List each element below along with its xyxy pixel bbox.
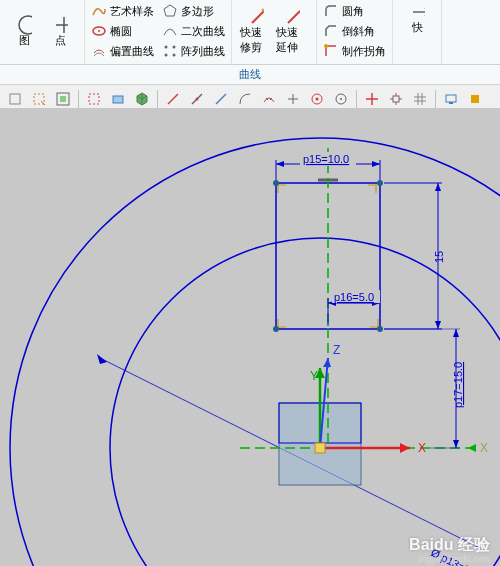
conic-label: 二次曲线 [181,24,225,39]
tb-cube[interactable] [131,88,153,110]
tb-sep-2 [157,90,158,108]
tb-select[interactable] [28,88,50,110]
chamfer-button[interactable]: 倒斜角 [323,22,386,40]
svg-point-2 [98,30,100,32]
svg-rect-52 [315,443,325,453]
fast-button[interactable]: 快 [399,2,435,37]
watermark-sub: jingyan.baidu.com [417,554,490,564]
pattern-curve-label: 阵列曲线 [181,44,225,59]
ribbon-group-fast: 快 [393,0,442,64]
offset-curve-button[interactable]: 偏置曲线 [91,42,154,60]
dim-p15-group: p15=10.0 [276,152,380,180]
ribbon-group-trim: 快速修剪 快速延伸 [232,0,317,64]
quick-extend-label: 快速延伸 [276,25,308,55]
svg-text:Y: Y [310,369,318,383]
svg-point-4 [165,46,168,49]
corner-icon [323,43,339,59]
ellipse-button[interactable]: 椭圆 [91,22,154,40]
tb-grid[interactable] [409,88,431,110]
quick-extend-button[interactable]: 快速延伸 [274,2,310,62]
svg-point-19 [340,98,342,100]
tb-line-3[interactable] [210,88,232,110]
ellipse-icon [91,23,107,39]
inner-circle [110,238,500,566]
svg-point-15 [196,97,199,100]
svg-rect-14 [113,96,123,103]
pattern-curve-button[interactable]: 阵列曲线 [162,42,225,60]
svg-text:15: 15 [433,251,445,263]
fast-label: 快 [412,20,423,35]
art-spline-label: 艺术样条 [110,4,154,19]
chamfer-label: 倒斜角 [342,24,375,39]
circle-label: 图 [19,33,30,48]
tb-menu-1[interactable] [4,88,26,110]
svg-text:p17=15.0: p17=15.0 [452,362,464,408]
offset-curve-label: 偏置曲线 [110,44,154,59]
circle-tool-button[interactable]: 图 [6,2,42,62]
extend-icon [284,9,300,25]
trim-icon [248,9,264,25]
drawing-canvas[interactable]: Ø p13=50.0 p15=10.0 p16=5.0 [0,108,500,566]
tb-final[interactable] [464,88,486,110]
polygon-button[interactable]: 多边形 [162,2,225,20]
tb-arc[interactable] [234,88,256,110]
tb-cross[interactable] [361,88,383,110]
chamfer-icon [323,23,339,39]
polygon-icon [162,3,178,19]
art-spline-button[interactable]: 艺术样条 [91,2,154,20]
tb-screen[interactable] [440,88,462,110]
point-tool-button[interactable]: 点 [42,2,78,62]
fast-icon [409,4,425,20]
tb-curve-1[interactable] [258,88,280,110]
svg-text:p15=10.0: p15=10.0 [303,153,349,165]
tb-point-1[interactable] [330,88,352,110]
conic-button[interactable]: 二次曲线 [162,22,225,40]
tb-fit[interactable] [52,88,74,110]
svg-marker-3 [164,5,176,16]
tb-display[interactable] [107,88,129,110]
svg-rect-20 [393,96,399,102]
svg-point-0 [19,16,32,34]
dim-p16-group: p16=5.0 [328,290,380,326]
conic-icon [162,23,178,39]
offset-icon [91,43,107,59]
quick-trim-label: 快速修剪 [240,25,272,55]
svg-rect-9 [10,94,20,104]
tb-snap[interactable] [385,88,407,110]
dim-p17-group: p17=15.0 [384,329,464,448]
fillet-label: 圆角 [342,4,364,19]
spline-icon [91,3,107,19]
svg-point-25 [377,180,383,186]
tb-sep-3 [356,90,357,108]
watermark: Baidu 经验 [409,535,490,556]
polygon-label: 多边形 [181,4,214,19]
svg-point-6 [165,54,168,57]
pattern-icon [162,43,178,59]
tb-line-2[interactable] [186,88,208,110]
point-label: 点 [55,33,66,48]
ribbon: 图 点 艺术样条 椭圆 偏置曲线 [0,0,500,65]
svg-rect-12 [60,96,66,102]
dim-side-group: 15 [384,183,445,329]
plus-icon [52,17,68,33]
outer-circle [10,138,500,566]
svg-point-7 [173,54,176,57]
svg-point-26 [273,326,279,332]
svg-point-5 [173,46,176,49]
svg-text:X: X [418,441,426,455]
svg-point-17 [316,97,319,100]
tb-box-select[interactable] [83,88,105,110]
quick-trim-button[interactable]: 快速修剪 [238,2,274,62]
tb-curve-2[interactable] [282,88,304,110]
svg-rect-23 [471,95,479,103]
make-corner-button[interactable]: 制作拐角 [323,42,386,60]
svg-point-24 [273,180,279,186]
fillet-button[interactable]: 圆角 [323,2,386,20]
tb-line-1[interactable] [162,88,184,110]
ellipse-label: 椭圆 [110,24,132,39]
ribbon-group-draw: 图 点 [0,0,85,64]
svg-point-27 [377,326,383,332]
tb-target[interactable] [306,88,328,110]
sketch-svg: Ø p13=50.0 p15=10.0 p16=5.0 [0,108,500,566]
svg-rect-21 [446,95,456,102]
